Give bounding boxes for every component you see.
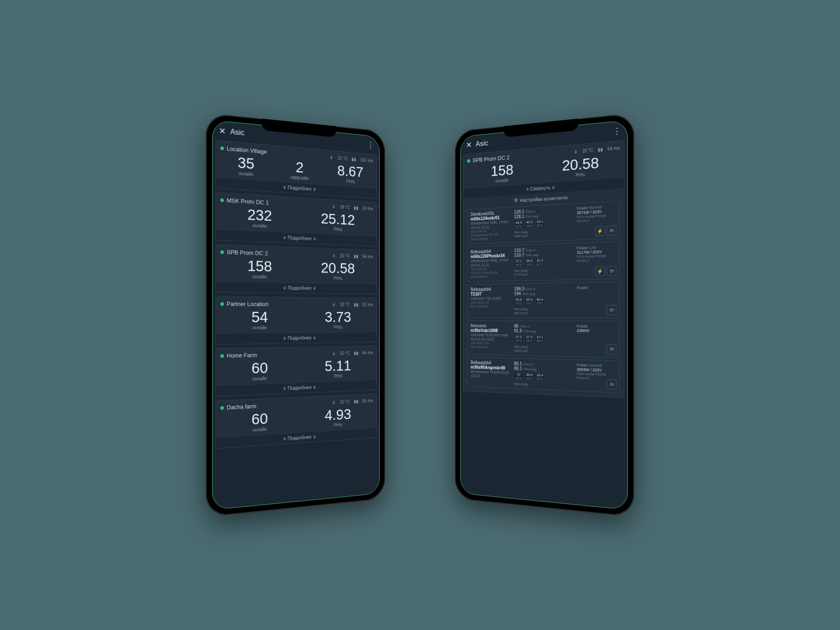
env-readout: 🌡20 °C ▮▮54 ms bbox=[332, 253, 373, 259]
location-name: SPB Prom DC 2 bbox=[227, 248, 329, 259]
temp-cell: 27.259°C bbox=[525, 335, 534, 344]
fan-label: Fan (avg) bbox=[514, 307, 573, 311]
hashrate-avg: 80.1 TH/s avg bbox=[514, 366, 573, 372]
close-icon[interactable]: ✕ bbox=[466, 140, 472, 150]
thermo-icon: 🌡 bbox=[332, 400, 336, 405]
stat-hashrate: 3.73PH/s bbox=[302, 309, 373, 330]
miner-model: Whatsminer M30SVG20 v2.0.3 bbox=[471, 369, 510, 379]
stat-online: 35онлайн bbox=[220, 153, 271, 178]
power-action-button[interactable]: ⚡ bbox=[595, 266, 605, 276]
menu-icon[interactable]: ⋮ bbox=[367, 140, 374, 150]
thermo-icon: 🌡 bbox=[332, 302, 336, 307]
stat-online: 60онлайн bbox=[220, 359, 298, 382]
temp-cell: 35.976°C bbox=[525, 258, 534, 267]
thermo-icon: 🌡 bbox=[332, 253, 336, 258]
chevron-down-icon: ∨ bbox=[313, 335, 316, 340]
location-card[interactable]: Dacha farm 🌡22 °C ▮▮85 ms 60онлайн4.93PH… bbox=[215, 393, 377, 449]
miner-model: Whatsminer M50_VH84 v2.0.5 (111) bbox=[471, 258, 510, 267]
expand-button[interactable]: ∨ Подробнее ∨ bbox=[216, 332, 377, 344]
chevron-down-icon: ∨ bbox=[283, 184, 287, 190]
stat-online: 60онлайн bbox=[220, 409, 298, 434]
miner-row[interactable]: Belkaspbb4 m30s90Angvskr49 Whatsminer M3… bbox=[467, 357, 620, 393]
env-readout: 🌡20 °C ▮▮52 ms bbox=[332, 302, 373, 307]
location-name: Partner Location bbox=[227, 301, 329, 308]
status-dot-icon bbox=[467, 159, 470, 162]
thermo-icon: 🌡 bbox=[332, 204, 336, 209]
temp-cell: 66.675°C bbox=[514, 297, 524, 306]
location-card[interactable]: Partner Location 🌡20 °C ▮▮52 ms 54онлайн… bbox=[215, 296, 377, 345]
chevron-up-icon: ∧ bbox=[552, 185, 555, 190]
chevron-down-icon: ∨ bbox=[313, 434, 316, 439]
miner-uptime: 01d 23h11m bbox=[471, 345, 510, 350]
temp-cell: 66.475°C bbox=[535, 297, 545, 306]
status-dot-icon bbox=[220, 250, 224, 254]
signal-icon: ▮▮ bbox=[354, 205, 359, 210]
location-detail: SPB Prom DC 2 🌡20 °C ▮▮54 ms 158онлайн 2… bbox=[461, 138, 627, 507]
location-card[interactable]: SPB Prom DC 2 🌡20 °C ▮▮54 ms 158онлайн20… bbox=[215, 244, 377, 294]
temp-cell: 43.185°C bbox=[535, 219, 545, 228]
miner-row[interactable]: Belkaspbb4 T2107 Antminer T21 (108) 192.… bbox=[467, 282, 620, 318]
chevron-down-icon: ∨ bbox=[283, 285, 287, 290]
env-readout: 🌡20 °C ▮▮54 ms bbox=[574, 145, 620, 154]
signal-icon: ▮▮ bbox=[354, 350, 359, 355]
close-icon[interactable]: ✕ bbox=[219, 126, 226, 136]
temps-row: 44.587°C40.578°C43.185°C bbox=[514, 217, 573, 229]
restart-button[interactable]: ⟳ bbox=[607, 344, 617, 354]
stat-online: 54онлайн bbox=[220, 309, 298, 330]
status-dot-icon bbox=[220, 406, 224, 410]
location-card-expanded: SPB Prom DC 2 🌡20 °C ▮▮54 ms 158онлайн 2… bbox=[463, 140, 625, 399]
expand-button[interactable]: ∨ Подробнее ∨ bbox=[216, 281, 377, 294]
restart-button[interactable]: ⟳ bbox=[607, 266, 617, 276]
stat-hashrate: 20.58PH/s bbox=[302, 259, 373, 281]
status-dot-icon bbox=[220, 146, 224, 150]
chevron-down-icon: ∨ bbox=[283, 436, 287, 441]
fan-value: 4613 rpm bbox=[514, 311, 573, 315]
thermo-icon: 🌡 bbox=[329, 155, 333, 160]
restart-icon: ⟳ bbox=[609, 228, 613, 234]
restart-icon: ⟳ bbox=[609, 268, 613, 274]
menu-icon[interactable]: ⋮ bbox=[613, 126, 621, 136]
miner-uptime: 01d 00h02m bbox=[471, 274, 510, 279]
restart-button[interactable]: ⟳ bbox=[607, 305, 617, 315]
expand-button[interactable]: ∨ Подробнее ∨ bbox=[216, 380, 377, 396]
temp-cell: 65.375°C bbox=[525, 297, 534, 306]
chevron-down-icon: ∨ bbox=[313, 285, 316, 290]
hashrate-avg: 81.5 TH/s avg bbox=[514, 329, 573, 334]
bolt-icon: ⚡ bbox=[597, 228, 603, 234]
status-dot-icon bbox=[220, 198, 224, 202]
temp-cell: 26.690°C bbox=[525, 372, 534, 382]
status-dot-icon bbox=[220, 302, 224, 305]
restart-icon: ⟳ bbox=[609, 346, 613, 353]
env-readout: 🌡22 °C ▮▮85 ms bbox=[332, 398, 373, 405]
stat-hashrate: 8.67PH/s bbox=[327, 162, 373, 186]
thermo-icon: 🌡 bbox=[332, 351, 336, 356]
env-readout: 🌡18 °C ▮▮24 ms bbox=[332, 204, 373, 211]
power-action-button[interactable]: ⚡ bbox=[595, 226, 605, 236]
temps-row: 66.675°C65.375°C66.475°C bbox=[514, 297, 573, 306]
miner-row[interactable]: Belkaspbb4 m50s120Phvskr34 Whatsminer M5… bbox=[467, 241, 620, 282]
fan-value: 4620 rpm bbox=[514, 349, 573, 354]
location-card[interactable]: MSK Prom DC 1 🌡18 °C ▮▮24 ms 232онлайн25… bbox=[215, 192, 377, 247]
miner-model: Antminer S19J-Pro msk v2.6.0.24 (126) bbox=[471, 333, 510, 342]
bolt-icon: ⚡ bbox=[597, 268, 603, 274]
env-readout: 🌡22 °C ▮▮192 ms bbox=[329, 155, 373, 163]
temps-row: 2792°C26.690°C26.489°C bbox=[514, 372, 573, 383]
temp-cell: 40.578°C bbox=[525, 220, 534, 229]
signal-icon: ▮▮ bbox=[352, 157, 357, 162]
miner-owner: hmvcons bbox=[471, 324, 510, 329]
app-screen-detail: ✕ Asic ⋮ SPB Prom DC 2 🌡20 °C ▮▮54 ms 15… bbox=[460, 120, 628, 510]
chevron-down-icon: ∨ bbox=[283, 385, 287, 391]
locations-list: Location Village 🌡22 °C ▮▮192 ms 35онлай… bbox=[213, 138, 379, 507]
stat-online: 232онлайн bbox=[220, 205, 298, 230]
miner-row[interactable]: hmvcons m30sVskr1908 Antminer S19J-Pro m… bbox=[467, 321, 620, 358]
location-name: Home Farm bbox=[227, 350, 329, 359]
location-card[interactable]: Home Farm 🌡22 °C ▮▮64 ms 60онлайн5.11PH/… bbox=[215, 346, 377, 397]
signal-icon: ▮▮ bbox=[598, 147, 603, 152]
restart-icon: ⟳ bbox=[609, 382, 613, 388]
phone-mockup-right: ✕ Asic ⋮ SPB Prom DC 2 🌡20 °C ▮▮54 ms 15… bbox=[455, 113, 634, 517]
status-dot-icon bbox=[220, 354, 224, 358]
fan-label: Fan (avg) bbox=[514, 382, 573, 388]
gear-icon: ⚙ bbox=[514, 197, 518, 203]
restart-button[interactable]: ⟳ bbox=[607, 225, 617, 236]
restart-button[interactable]: ⟳ bbox=[607, 379, 617, 390]
